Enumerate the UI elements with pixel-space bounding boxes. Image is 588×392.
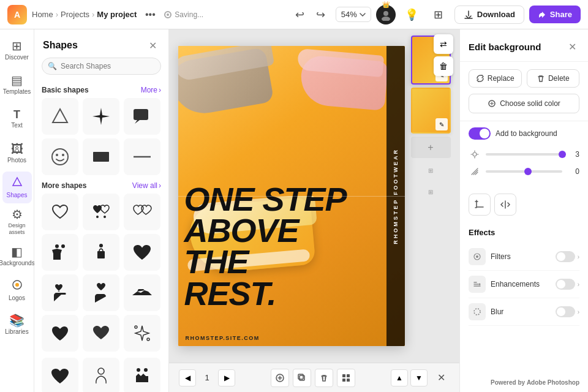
shape-people-up[interactable] bbox=[42, 234, 78, 271]
sidebar-item-libraries[interactable]: 📚 Libraries bbox=[2, 309, 32, 341]
blur-toggle-knob bbox=[557, 307, 565, 316]
slider-1-thumb[interactable] bbox=[559, 151, 566, 158]
shape-extra3[interactable] bbox=[124, 358, 160, 392]
canvas-float-buttons: ⇄ 🗑 bbox=[434, 34, 453, 76]
download-button[interactable]: Download bbox=[454, 6, 524, 24]
delete-button[interactable]: Delete bbox=[527, 69, 580, 88]
user-avatar[interactable]: 👑 bbox=[376, 5, 396, 24]
share-button[interactable]: Share bbox=[529, 6, 581, 23]
shape-heart-solid[interactable] bbox=[124, 234, 160, 271]
chevron-right-icon: › bbox=[159, 86, 161, 94]
undo-button[interactable]: ↩ bbox=[290, 5, 310, 24]
canvas-delete-button[interactable]: 🗑 bbox=[434, 56, 453, 76]
delete-page-button[interactable] bbox=[315, 369, 333, 387]
shape-hearts-outline[interactable] bbox=[124, 194, 160, 230]
shape-line[interactable] bbox=[124, 138, 160, 175]
sidebar-item-discover[interactable]: ⊞ Discover bbox=[2, 34, 32, 66]
svg-rect-20 bbox=[97, 251, 105, 258]
close-nav-button[interactable]: ✕ bbox=[432, 369, 450, 386]
shape-speech-bubble[interactable] bbox=[124, 98, 160, 135]
sidebar-item-templates[interactable]: ▤ Templates bbox=[2, 69, 32, 100]
sidebar-item-photos[interactable]: 🖼 Photos bbox=[2, 137, 32, 169]
slider-2-thumb[interactable] bbox=[524, 168, 532, 175]
shape-handshake[interactable] bbox=[124, 274, 160, 311]
shape-heart-hand1[interactable] bbox=[42, 274, 78, 311]
thumb2-icon: ✎ bbox=[435, 118, 448, 130]
basic-shapes-more[interactable]: More › bbox=[141, 86, 161, 94]
shape-rectangle[interactable] bbox=[83, 138, 119, 175]
more-options-button[interactable]: ••• bbox=[141, 6, 159, 23]
choose-color-button[interactable]: Choose solid color bbox=[469, 94, 579, 113]
shape-smiley[interactable] bbox=[42, 138, 78, 175]
shapes-panel-header: Shapes ✕ bbox=[34, 29, 168, 58]
prev-page-button[interactable]: ◀ bbox=[179, 369, 196, 386]
breadcrumb-home[interactable]: Home bbox=[32, 10, 53, 19]
breadcrumb-current[interactable]: My project bbox=[97, 10, 137, 19]
thumbnail-extra2[interactable]: ⊞ bbox=[411, 183, 451, 201]
grid-view-button[interactable] bbox=[337, 369, 355, 387]
breadcrumb-sep2: › bbox=[92, 10, 94, 19]
shape-heart-hand2[interactable] bbox=[83, 274, 119, 311]
grid-button[interactable]: ⊞ bbox=[428, 4, 450, 26]
canvas-area: ⇄ 🗑 bbox=[169, 29, 459, 392]
shape-sparkle[interactable] bbox=[124, 315, 160, 352]
app-logo[interactable]: A bbox=[7, 5, 27, 24]
thumbnail-add[interactable]: + bbox=[411, 137, 451, 158]
next-slide-button[interactable]: ▼ bbox=[410, 369, 428, 386]
canvas-flip-button[interactable]: ⇄ bbox=[434, 34, 453, 54]
enhancements-chevron[interactable]: › bbox=[578, 281, 579, 288]
enhancements-toggle[interactable] bbox=[556, 279, 575, 290]
shapes-panel: Shapes ✕ 🔍 Basic shapes More › bbox=[34, 29, 169, 392]
shapes-panel-close-button[interactable]: ✕ bbox=[145, 38, 160, 53]
add-page-icon bbox=[276, 374, 284, 382]
redo-button[interactable]: ↪ bbox=[311, 5, 331, 24]
sidebar-item-shapes[interactable]: Shapes bbox=[2, 172, 32, 203]
slider-1-track[interactable] bbox=[486, 153, 562, 156]
prev-slide-button[interactable]: ▲ bbox=[391, 369, 408, 386]
canvas-text-line1: ONE STEP ABOVE THE REST. bbox=[184, 184, 347, 309]
shape-extra2[interactable] bbox=[83, 358, 119, 392]
add-to-background-toggle[interactable] bbox=[469, 127, 491, 140]
sidebar-item-backgrounds[interactable]: ◧ Backgrounds bbox=[2, 240, 32, 272]
shapes-panel-title: Shapes bbox=[43, 40, 78, 51]
more-shapes-view-all[interactable]: View all › bbox=[132, 181, 161, 190]
next-page-button[interactable]: ▶ bbox=[218, 369, 235, 386]
svg-point-21 bbox=[135, 326, 137, 328]
avatar-icon bbox=[380, 9, 392, 21]
canvas-mock[interactable]: ONE STEP ABOVE THE REST. RHOMSTEP.SITE.C… bbox=[178, 46, 405, 346]
shape-star4[interactable] bbox=[83, 98, 119, 135]
search-input[interactable] bbox=[42, 58, 161, 75]
sidebar-item-text[interactable]: T Text bbox=[2, 103, 32, 135]
blur-toggle[interactable] bbox=[556, 306, 575, 317]
add-page-button[interactable] bbox=[271, 369, 289, 387]
filters-toggle[interactable] bbox=[556, 251, 575, 262]
shape-triangle[interactable] bbox=[42, 98, 78, 135]
canvas-text-area: ONE STEP ABOVE THE REST. bbox=[178, 184, 353, 309]
flip-button[interactable] bbox=[494, 194, 516, 216]
copy-page-button[interactable] bbox=[293, 369, 311, 387]
thumbnail-extra1[interactable]: ⊞ bbox=[411, 161, 451, 179]
sidebar-item-design-assets[interactable]: ⚙ Design assets bbox=[2, 206, 32, 238]
sidebar-item-logos-label: Logos bbox=[9, 295, 25, 302]
bottom-toolbar: ◀ 1 ▶ ▲ ▼ ✕ bbox=[169, 363, 459, 392]
crop-button[interactable] bbox=[469, 194, 491, 216]
shape-heart-small1[interactable] bbox=[42, 315, 78, 352]
right-panel-close-button[interactable]: ✕ bbox=[565, 39, 579, 54]
replace-button[interactable]: Replace bbox=[469, 69, 522, 88]
shape-heart-outline[interactable] bbox=[42, 194, 78, 230]
zoom-button[interactable]: 54% bbox=[336, 7, 371, 22]
shape-extra1[interactable] bbox=[42, 358, 78, 392]
filters-chevron[interactable]: › bbox=[578, 254, 579, 260]
lightbulb-button[interactable]: 💡 bbox=[401, 4, 423, 26]
download-icon bbox=[464, 10, 473, 20]
sidebar-item-logos[interactable]: Logos bbox=[2, 274, 32, 306]
shape-gift-person[interactable] bbox=[83, 234, 119, 271]
canvas-container: ONE STEP ABOVE THE REST. RHOMSTEP.SITE.C… bbox=[169, 29, 459, 363]
templates-icon: ▤ bbox=[11, 74, 23, 86]
blur-chevron[interactable]: › bbox=[578, 309, 579, 315]
slider-2-track[interactable] bbox=[486, 170, 562, 173]
thumbnail-2[interactable]: ✎ bbox=[411, 88, 451, 134]
shape-two-hearts[interactable] bbox=[83, 194, 119, 230]
breadcrumb-projects[interactable]: Projects bbox=[61, 10, 89, 19]
shape-heart-small2[interactable] bbox=[83, 315, 119, 352]
